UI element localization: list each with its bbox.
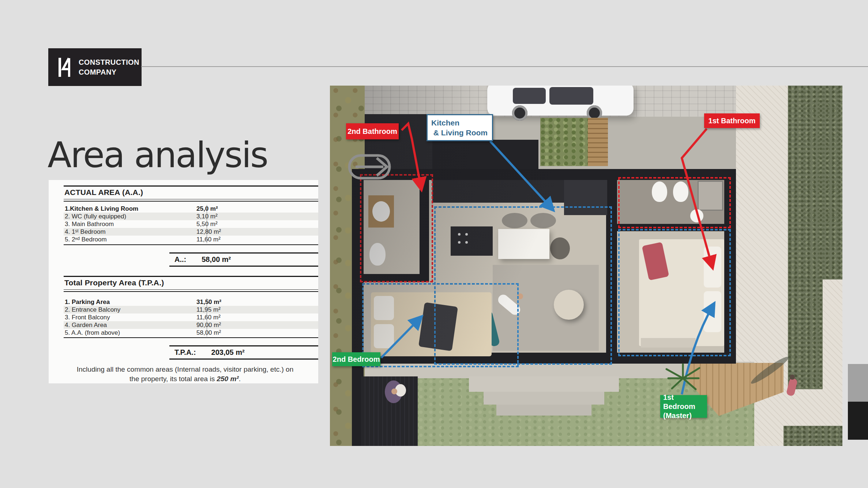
tpa-table: 1. Parking Area 31,50 m² 2. Entrance Bal…: [64, 298, 318, 337]
person-entrance: [391, 388, 397, 394]
note-text: .: [239, 375, 241, 383]
logo-text: CONSTRUCTION COMPANY: [79, 57, 139, 77]
parked-car: [487, 86, 634, 116]
total-label: A..:: [174, 255, 186, 264]
hedge: [784, 426, 842, 446]
table-row: 4. Garden Area 90,00 m²: [64, 321, 318, 329]
row-value: 11,95 m²: [192, 306, 221, 314]
label-1st-bedroom-master: 1st Bedroom (Master): [660, 395, 707, 418]
total-value: 203,05 m²: [211, 348, 245, 357]
tpa-header: Total Property Area (T.P.A.): [64, 278, 318, 287]
rule: [64, 337, 318, 338]
area-table-panel: ACTUAL AREA (A.A.) 1.Kitchen & Living Ro…: [49, 180, 318, 383]
car-window: [549, 87, 593, 105]
table-row: 1.Kitchen & Living Room 25,0 m²: [64, 205, 318, 213]
row-label: 2. WC (fully equipped): [64, 213, 192, 220]
hedge: [788, 86, 842, 279]
row-value: 11,60 m²: [192, 236, 221, 243]
wood-screen: [588, 118, 608, 166]
pedestrian: [790, 375, 795, 380]
label-2nd-bedroom: 2nd Bedroom: [332, 352, 380, 366]
hedge: [788, 279, 823, 389]
table-row: 5. 2ⁿᵈ Bedroom 11,60 m²: [64, 236, 318, 243]
bathroom2-outline: [360, 174, 433, 282]
row-label: 1.Kitchen & Living Room: [64, 205, 192, 213]
entry-structure: [365, 114, 432, 170]
row-value: 3,10 m²: [192, 213, 218, 220]
row-label: 3. Front Balcony: [64, 314, 192, 321]
common-areas-note: Including all the common areas (Internal…: [74, 365, 297, 383]
floor-plan-render: 2nd Bathroom Kitchen & Living Room 1st B…: [330, 86, 842, 446]
logo-line1: CONSTRUCTION: [79, 57, 139, 67]
row-value: 5,50 m²: [192, 221, 218, 228]
label-2nd-bathroom: 2nd Bathroom: [346, 123, 399, 139]
row-label: 4. 1ˢᵗ Bedroom: [64, 228, 192, 236]
table-row: 3. Main Bathroom 5,50 m²: [64, 220, 318, 228]
actual-area-table: 1.Kitchen & Living Room 25,0 m² 2. WC (f…: [64, 205, 318, 243]
header-divider-line: [141, 66, 868, 67]
car-window: [513, 88, 546, 104]
row-value: 25,0 m²: [192, 205, 218, 213]
patio-step: [469, 376, 619, 392]
rule: [64, 185, 318, 187]
total-value: 58,00 m²: [202, 255, 231, 264]
table-row: 1. Parking Area 31,50 m²: [64, 298, 318, 306]
logo-line2: COMPANY: [79, 67, 139, 77]
row-label: 1. Parking Area: [64, 299, 192, 306]
decor-black-block: [848, 402, 868, 440]
table-row: 3. Front Balcony 11,60 m²: [64, 314, 318, 321]
rule: [64, 289, 318, 290]
row-label: 4. Garden Area: [64, 322, 192, 329]
car-wheel: [512, 105, 527, 121]
label-text: Kitchen & Living Room: [431, 118, 488, 138]
note-text: Including all the common areas (Internal…: [77, 365, 293, 383]
note-total-area: 250 m²: [217, 375, 238, 383]
table-row: 5. A.A. (from above) 58,00 m²: [64, 329, 318, 337]
total-label: T.P.A.:: [174, 348, 196, 357]
logo-monogram-icon: [57, 56, 73, 79]
column-divider: [207, 298, 207, 337]
decor-gray-block: [848, 364, 868, 402]
kitchen-counter: [432, 180, 586, 203]
roof-overhang: [432, 140, 538, 170]
label-kitchen-living-room: Kitchen & Living Room: [427, 114, 493, 141]
label-text: 2nd Bedroom: [333, 355, 380, 364]
actual-area-header: ACTUAL AREA (A.A.): [64, 188, 318, 197]
rule: [64, 201, 318, 202]
page-title: Area analysis: [48, 135, 267, 176]
bathroom1-outline: [618, 177, 731, 228]
rule: [64, 244, 318, 245]
rule: [64, 199, 318, 199]
bedroom1-outline: [618, 229, 731, 356]
bedroom2-outline: [362, 283, 519, 367]
row-label: 3. Main Bathroom: [64, 221, 192, 228]
slide: CONSTRUCTION COMPANY Area analysis ACTUA…: [0, 0, 868, 488]
patio-step: [484, 392, 604, 405]
label-text: 1st Bedroom (Master): [663, 393, 707, 420]
tpa-total: T.P.A.: 203,05 m²: [169, 345, 318, 360]
row-label: 5. A.A. (from above): [64, 329, 192, 337]
label-1st-bathroom: 1st Bathroom: [704, 113, 760, 128]
planter-bushes: [540, 118, 588, 166]
company-logo: CONSTRUCTION COMPANY: [49, 49, 141, 86]
table-row: 2. WC (fully equipped) 3,10 m²: [64, 213, 318, 220]
patio-step: [496, 405, 591, 416]
column-divider: [207, 205, 207, 243]
label-text: 1st Bathroom: [709, 117, 756, 125]
actual-area-total: A..: 58,00 m²: [169, 252, 318, 267]
row-label: 2. Entrance Balcony: [64, 306, 192, 314]
rule: [64, 276, 318, 277]
table-row: 2. Entrance Balcony 11,95 m²: [64, 306, 318, 314]
label-text: 2nd Bathroom: [347, 127, 397, 136]
row-value: 11,60 m²: [192, 314, 221, 321]
table-row: 4. 1ˢᵗ Bedroom 12,80 m²: [64, 228, 318, 236]
row-label: 5. 2ⁿᵈ Bedroom: [64, 236, 192, 243]
rule: [64, 291, 318, 292]
